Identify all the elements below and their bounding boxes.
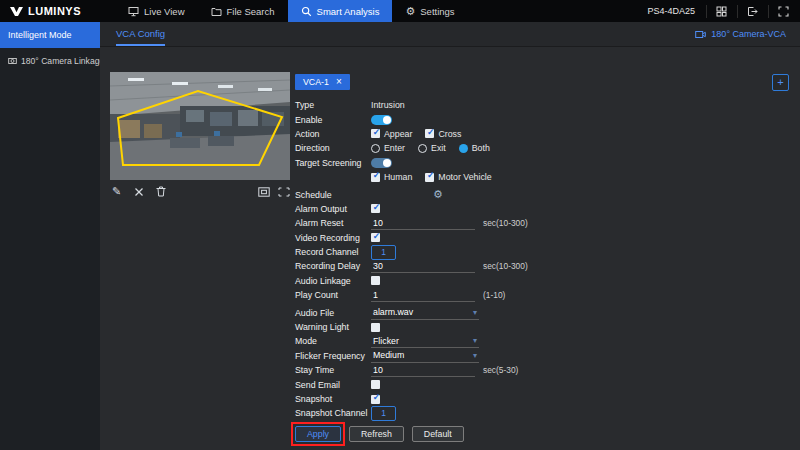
draw-rule-icon[interactable]: ✎ (110, 185, 123, 198)
check-icon: ✓ (427, 128, 435, 137)
check-icon: ✓ (373, 232, 381, 241)
sidebar-item-label: 180° Camera Linkage (21, 56, 104, 66)
snapshot-checkbox[interactable]: ✓ (371, 395, 380, 404)
direction-exit-option: Exit (418, 143, 446, 153)
sidebar-item-camera-linkage[interactable]: 180° Camera Linkage (0, 48, 100, 74)
chevron-down-icon: ▾ (473, 336, 477, 345)
recording-delay-label: Recording Delay (295, 261, 371, 271)
warning-light-checkbox[interactable] (371, 323, 380, 332)
flicker-frequency-select[interactable]: Medium ▾ (371, 349, 479, 363)
device-id: PS4-4DA25 (647, 6, 695, 16)
mode-select[interactable]: Flicker ▾ (371, 334, 479, 348)
nav-file-search-label: File Search (227, 6, 275, 17)
snapshot-channel-button[interactable]: 1 (371, 406, 396, 421)
human-option: ✓ Human (371, 172, 412, 182)
sidebar-item-intelligent-mode[interactable]: Intelligent Mode (0, 22, 100, 48)
play-count-row: Play Count (1-10) (295, 288, 789, 302)
vca-1-tab[interactable]: VCA-1 × (295, 74, 350, 90)
appear-checkbox[interactable]: ✓ (371, 129, 380, 138)
check-icon: ✓ (373, 393, 381, 402)
schedule-row: Schedule ⚙ (295, 187, 789, 201)
brand-name: LUMINYS (28, 5, 81, 17)
camera-preview-canvas[interactable] (110, 72, 290, 180)
delete-icon[interactable] (154, 185, 167, 198)
camera-icon (8, 57, 17, 65)
audio-file-select[interactable]: alarm.wav ▾ (371, 306, 479, 320)
exit-radio[interactable] (418, 144, 427, 153)
record-channel-button[interactable]: 1 (371, 245, 396, 260)
toggle-knob (383, 116, 391, 124)
tab-vca-config[interactable]: VCA Config (116, 22, 165, 46)
apply-button[interactable]: Apply (295, 426, 341, 442)
refresh-button[interactable]: Refresh (349, 426, 404, 442)
nav-settings[interactable]: ⚙ Settings (392, 0, 467, 22)
preview-toolbar: ✎ (110, 185, 290, 198)
close-icon[interactable]: × (336, 77, 342, 87)
schedule-gear-icon[interactable]: ⚙ (433, 189, 443, 200)
record-channel-label: Record Channel (295, 247, 371, 257)
nav-live-view-label: Live View (144, 6, 185, 17)
channel-grid-icon[interactable] (706, 5, 728, 18)
fit-screen-icon[interactable] (277, 185, 290, 198)
play-count-input[interactable] (371, 288, 475, 302)
audio-file-label: Audio File (295, 308, 371, 318)
human-checkbox[interactable]: ✓ (371, 173, 380, 182)
action-label: Action (295, 129, 371, 139)
main-nav: Live View File Search Smart Analysis ⚙ S… (115, 0, 468, 22)
send-email-label: Send Email (295, 380, 371, 390)
mode-value: Flicker (373, 336, 399, 346)
nav-smart-analysis[interactable]: Smart Analysis (288, 0, 393, 22)
direction-enter-option: Enter (371, 143, 405, 153)
alarm-reset-input[interactable] (371, 216, 475, 230)
cross-label: Cross (438, 129, 461, 139)
target-screening-row: Target Screening (295, 156, 789, 170)
stay-time-row: Stay Time sec(5-30) (295, 363, 789, 377)
audio-linkage-checkbox[interactable] (371, 276, 380, 285)
add-vca-button[interactable]: + (772, 74, 789, 91)
vca-tab-row: VCA-1 × + (295, 74, 789, 90)
type-label: Type (295, 100, 371, 110)
nav-live-view[interactable]: Live View (115, 0, 198, 22)
snapshot-row: Snapshot ✓ (295, 392, 789, 406)
stay-time-label: Stay Time (295, 365, 371, 375)
direction-row: Direction Enter Exit Both (295, 141, 789, 155)
send-email-checkbox[interactable] (371, 380, 380, 389)
clear-icon[interactable] (132, 185, 145, 198)
send-email-row: Send Email (295, 377, 789, 391)
actual-size-icon[interactable] (257, 185, 270, 198)
stay-time-input[interactable] (371, 363, 475, 377)
audio-linkage-row: Audio Linkage (295, 274, 789, 288)
search-icon (301, 6, 312, 17)
nav-settings-label: Settings (420, 6, 454, 17)
direction-label: Direction (295, 143, 371, 153)
motor-vehicle-checkbox[interactable]: ✓ (425, 173, 434, 182)
video-recording-row: Video Recording ✓ (295, 231, 789, 245)
fullscreen-icon[interactable] (768, 5, 790, 18)
brand: LUMINYS (0, 5, 115, 17)
both-radio[interactable] (459, 144, 468, 153)
audio-linkage-label: Audio Linkage (295, 276, 371, 286)
preview-toolbar-right (257, 185, 290, 198)
enter-radio[interactable] (371, 144, 380, 153)
recording-delay-input[interactable] (371, 259, 475, 273)
alarm-output-checkbox[interactable]: ✓ (371, 204, 380, 213)
target-screening-toggle[interactable] (371, 158, 392, 168)
camera-vca-link[interactable]: 180° Camera-VCA (695, 22, 786, 46)
cross-checkbox[interactable]: ✓ (425, 129, 434, 138)
alarm-output-row: Alarm Output ✓ (295, 202, 789, 216)
target-options-row: ✓ Human ✓ Motor Vehicle (295, 170, 789, 184)
warning-light-label: Warning Light (295, 322, 371, 332)
form-buttons-row: Apply Refresh Default (295, 426, 789, 442)
mode-row: Mode Flicker ▾ (295, 334, 789, 348)
tab-vca-config-label: VCA Config (116, 28, 165, 39)
type-row: Type Intrusion (295, 98, 789, 112)
monitor-icon (128, 6, 139, 17)
nav-file-search[interactable]: File Search (198, 0, 288, 22)
stay-time-hint: sec(5-30) (483, 365, 518, 375)
logout-icon[interactable] (737, 5, 759, 18)
default-button[interactable]: Default (412, 426, 464, 442)
enable-toggle[interactable] (371, 115, 392, 125)
play-count-hint: (1-10) (483, 290, 505, 300)
gear-icon: ⚙ (405, 6, 415, 17)
video-recording-checkbox[interactable]: ✓ (371, 233, 380, 242)
